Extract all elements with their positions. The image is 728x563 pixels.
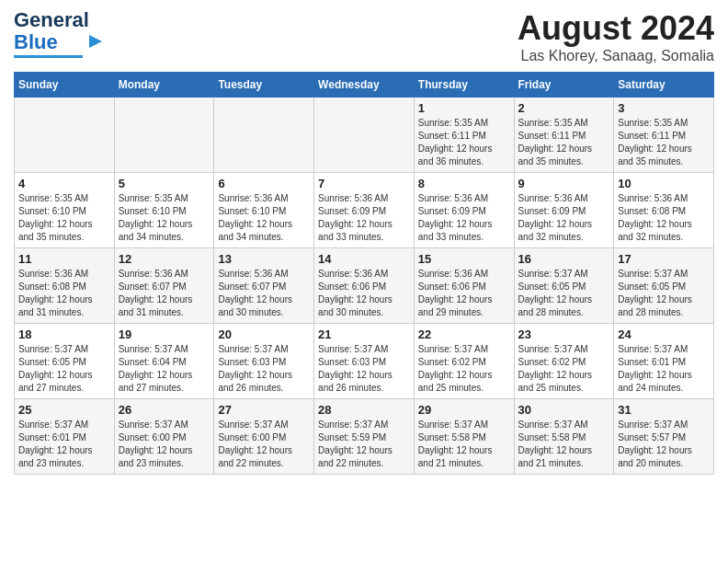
day-info: Sunrise: 5:37 AM Sunset: 5:58 PM Dayligh… — [418, 419, 510, 470]
svg-marker-0 — [89, 35, 102, 48]
day-info: Sunrise: 5:35 AM Sunset: 6:11 PM Dayligh… — [418, 117, 510, 168]
calendar-cell: 30Sunrise: 5:37 AM Sunset: 5:58 PM Dayli… — [514, 399, 614, 475]
calendar-cell: 21Sunrise: 5:37 AM Sunset: 6:03 PM Dayli… — [314, 324, 415, 399]
header-cell-wednesday: Wednesday — [314, 73, 415, 98]
logo: General Blue — [14, 9, 106, 58]
day-number: 28 — [318, 403, 410, 417]
calendar-cell: 5Sunrise: 5:35 AM Sunset: 6:10 PM Daylig… — [114, 173, 214, 248]
day-info: Sunrise: 5:37 AM Sunset: 5:58 PM Dayligh… — [518, 419, 610, 470]
day-number: 8 — [418, 177, 510, 190]
header-cell-friday: Friday — [514, 73, 614, 98]
day-number: 27 — [218, 403, 310, 417]
day-info: Sunrise: 5:36 AM Sunset: 6:10 PM Dayligh… — [218, 192, 310, 244]
day-number: 31 — [618, 403, 710, 417]
day-number: 23 — [518, 327, 610, 341]
calendar-cell — [114, 98, 214, 173]
calendar-cell: 29Sunrise: 5:37 AM Sunset: 5:58 PM Dayli… — [414, 399, 514, 475]
calendar-cell: 19Sunrise: 5:37 AM Sunset: 6:04 PM Dayli… — [114, 324, 214, 399]
calendar-cell: 1Sunrise: 5:35 AM Sunset: 6:11 PM Daylig… — [414, 98, 514, 173]
day-number: 22 — [418, 327, 510, 341]
day-number: 4 — [18, 177, 110, 190]
calendar-cell: 6Sunrise: 5:36 AM Sunset: 6:10 PM Daylig… — [214, 173, 314, 248]
day-info: Sunrise: 5:36 AM Sunset: 6:07 PM Dayligh… — [119, 268, 210, 319]
calendar-cell: 9Sunrise: 5:36 AM Sunset: 6:09 PM Daylig… — [514, 173, 614, 248]
calendar-cell: 23Sunrise: 5:37 AM Sunset: 6:02 PM Dayli… — [514, 324, 614, 399]
day-info: Sunrise: 5:37 AM Sunset: 6:00 PM Dayligh… — [218, 419, 310, 470]
day-info: Sunrise: 5:36 AM Sunset: 6:08 PM Dayligh… — [18, 268, 110, 319]
day-info: Sunrise: 5:36 AM Sunset: 6:07 PM Dayligh… — [218, 268, 310, 319]
day-info: Sunrise: 5:35 AM Sunset: 6:11 PM Dayligh… — [518, 117, 610, 168]
calendar-cell: 25Sunrise: 5:37 AM Sunset: 6:01 PM Dayli… — [15, 399, 115, 475]
day-number: 20 — [218, 327, 310, 341]
calendar-cell — [15, 98, 115, 173]
calendar-cell: 26Sunrise: 5:37 AM Sunset: 6:00 PM Dayli… — [114, 399, 214, 475]
calendar-week-row: 11Sunrise: 5:36 AM Sunset: 6:08 PM Dayli… — [15, 248, 714, 324]
day-info: Sunrise: 5:36 AM Sunset: 6:06 PM Dayligh… — [418, 268, 510, 319]
day-number: 5 — [119, 177, 210, 190]
calendar-cell — [214, 98, 314, 173]
calendar-cell: 3Sunrise: 5:35 AM Sunset: 6:11 PM Daylig… — [614, 98, 714, 173]
day-info: Sunrise: 5:37 AM Sunset: 6:05 PM Dayligh… — [18, 343, 110, 395]
calendar-cell: 28Sunrise: 5:37 AM Sunset: 5:59 PM Dayli… — [314, 399, 415, 475]
day-number: 24 — [618, 327, 710, 341]
calendar-cell: 4Sunrise: 5:35 AM Sunset: 6:10 PM Daylig… — [15, 173, 115, 248]
day-number: 30 — [518, 403, 610, 417]
title-block: August 2024 Las Khorey, Sanaag, Somalia — [518, 9, 714, 64]
calendar-week-row: 4Sunrise: 5:35 AM Sunset: 6:10 PM Daylig… — [15, 173, 714, 248]
day-info: Sunrise: 5:37 AM Sunset: 6:03 PM Dayligh… — [318, 343, 410, 395]
logo-general: General — [14, 8, 89, 31]
calendar-header-row: SundayMondayTuesdayWednesdayThursdayFrid… — [15, 73, 714, 98]
logo-arrow-icon — [85, 31, 106, 52]
day-info: Sunrise: 5:37 AM Sunset: 6:05 PM Dayligh… — [618, 268, 710, 319]
calendar-cell: 16Sunrise: 5:37 AM Sunset: 6:05 PM Dayli… — [514, 248, 614, 324]
day-number: 25 — [18, 403, 110, 417]
day-info: Sunrise: 5:37 AM Sunset: 6:04 PM Dayligh… — [119, 343, 210, 395]
day-info: Sunrise: 5:37 AM Sunset: 6:02 PM Dayligh… — [518, 343, 610, 395]
main-title: August 2024 — [518, 9, 714, 48]
day-number: 16 — [518, 252, 610, 266]
day-info: Sunrise: 5:35 AM Sunset: 6:10 PM Dayligh… — [18, 192, 110, 244]
calendar-cell: 17Sunrise: 5:37 AM Sunset: 6:05 PM Dayli… — [614, 248, 714, 324]
day-number: 19 — [119, 327, 210, 341]
day-number: 7 — [318, 177, 410, 190]
calendar-cell: 12Sunrise: 5:36 AM Sunset: 6:07 PM Dayli… — [114, 248, 214, 324]
day-info: Sunrise: 5:35 AM Sunset: 6:11 PM Dayligh… — [618, 117, 710, 168]
day-number: 18 — [18, 327, 110, 341]
day-number: 17 — [618, 252, 710, 266]
day-number: 10 — [618, 177, 710, 190]
calendar-cell: 2Sunrise: 5:35 AM Sunset: 6:11 PM Daylig… — [514, 98, 614, 173]
header-cell-tuesday: Tuesday — [214, 73, 314, 98]
header-cell-thursday: Thursday — [414, 73, 514, 98]
day-number: 13 — [218, 252, 310, 266]
calendar-week-row: 25Sunrise: 5:37 AM Sunset: 6:01 PM Dayli… — [15, 399, 714, 475]
day-info: Sunrise: 5:35 AM Sunset: 6:10 PM Dayligh… — [119, 192, 210, 244]
logo-blue: Blue — [14, 30, 58, 53]
calendar-week-row: 1Sunrise: 5:35 AM Sunset: 6:11 PM Daylig… — [15, 98, 714, 173]
calendar-cell: 22Sunrise: 5:37 AM Sunset: 6:02 PM Dayli… — [414, 324, 514, 399]
calendar-cell: 13Sunrise: 5:36 AM Sunset: 6:07 PM Dayli… — [214, 248, 314, 324]
calendar-cell: 10Sunrise: 5:36 AM Sunset: 6:08 PM Dayli… — [614, 173, 714, 248]
day-number: 6 — [218, 177, 310, 190]
day-info: Sunrise: 5:37 AM Sunset: 5:59 PM Dayligh… — [318, 419, 410, 470]
calendar-cell: 11Sunrise: 5:36 AM Sunset: 6:08 PM Dayli… — [15, 248, 115, 324]
calendar-cell: 18Sunrise: 5:37 AM Sunset: 6:05 PM Dayli… — [15, 324, 115, 399]
calendar-body: 1Sunrise: 5:35 AM Sunset: 6:11 PM Daylig… — [15, 98, 714, 475]
calendar-cell: 31Sunrise: 5:37 AM Sunset: 5:57 PM Dayli… — [614, 399, 714, 475]
day-number: 1 — [418, 101, 510, 115]
calendar-cell: 14Sunrise: 5:36 AM Sunset: 6:06 PM Dayli… — [314, 248, 415, 324]
day-info: Sunrise: 5:37 AM Sunset: 6:03 PM Dayligh… — [218, 343, 310, 395]
calendar-week-row: 18Sunrise: 5:37 AM Sunset: 6:05 PM Dayli… — [15, 324, 714, 399]
day-number: 26 — [119, 403, 210, 417]
calendar-cell: 20Sunrise: 5:37 AM Sunset: 6:03 PM Dayli… — [214, 324, 314, 399]
day-info: Sunrise: 5:36 AM Sunset: 6:09 PM Dayligh… — [518, 192, 610, 244]
day-number: 12 — [119, 252, 210, 266]
header-cell-sunday: Sunday — [15, 73, 115, 98]
header-cell-monday: Monday — [114, 73, 214, 98]
day-info: Sunrise: 5:36 AM Sunset: 6:06 PM Dayligh… — [318, 268, 410, 319]
page-header: General Blue August 2024 Las Khorey, San… — [14, 9, 714, 64]
calendar-cell: 27Sunrise: 5:37 AM Sunset: 6:00 PM Dayli… — [214, 399, 314, 475]
header-cell-saturday: Saturday — [614, 73, 714, 98]
day-number: 14 — [318, 252, 410, 266]
day-number: 9 — [518, 177, 610, 190]
logo-text: General Blue — [14, 9, 89, 53]
